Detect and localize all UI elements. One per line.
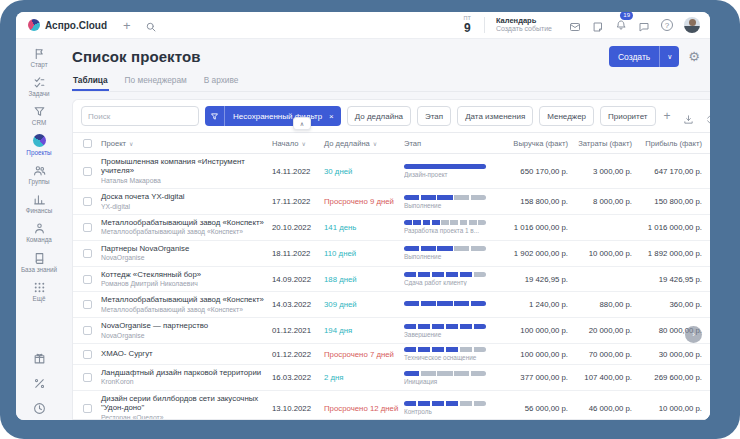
row-checkbox[interactable] — [83, 275, 92, 284]
calendar-widget[interactable]: Календарь Создать событие — [496, 16, 552, 34]
project-name[interactable]: Промышленная компания «Инструмент учител… — [101, 157, 266, 176]
project-name[interactable]: NovaOrganise — партнерство — [101, 321, 266, 330]
discount-icon[interactable] — [33, 376, 46, 389]
revenue-cell: 377 000,00 р. — [496, 373, 568, 382]
row-checkbox[interactable] — [83, 300, 92, 309]
filter-button-дата-изменения[interactable]: Дата изменения — [457, 106, 533, 126]
sidebar-item-старт[interactable]: Старт — [17, 46, 61, 68]
sidebar-item-финансы[interactable]: Финансы — [17, 192, 61, 214]
filter-button-до-дедлайна[interactable]: До дедлайна — [347, 106, 411, 126]
stage-label: Техническое оснащение — [404, 354, 494, 361]
user-avatar[interactable] — [684, 17, 700, 33]
revenue-cell: 56 000,00 р. — [496, 404, 568, 413]
add-filter-icon[interactable]: + — [664, 110, 671, 122]
download-icon[interactable] — [683, 111, 694, 122]
mail-icon[interactable] — [569, 19, 581, 31]
select-all-checkbox[interactable] — [83, 139, 92, 148]
table-row[interactable]: Промышленная компания «Инструмент учител… — [73, 154, 710, 189]
project-name[interactable]: Ландшафтный дизайн парковой территории — [101, 368, 266, 377]
sidebar-item-группы[interactable]: Группы — [17, 163, 61, 185]
tab-в-архиве[interactable]: В архиве — [203, 72, 240, 91]
table-row[interactable]: Коттедж «Стеклянный бор»Романов Дмитрий … — [73, 267, 710, 293]
funnel-icon[interactable] — [205, 106, 225, 126]
column-revenue[interactable]: Выручка (факт) — [496, 139, 568, 148]
row-checkbox[interactable] — [83, 404, 92, 413]
chevron-down-icon[interactable]: ∨ — [660, 53, 679, 61]
gear-icon[interactable]: ⚙ — [688, 50, 700, 63]
table-row[interactable]: ХМАО- Сургут01.12.2022Просрочено 7 днейТ… — [73, 344, 710, 365]
sidebar-item-crm[interactable]: CRM — [17, 104, 61, 126]
calendar-day: 9 — [464, 22, 471, 34]
project-subtitle: NovaOrganise — [101, 254, 266, 262]
tab-таблица[interactable]: Таблица — [72, 72, 109, 91]
scroll-right-button[interactable]: › — [685, 326, 702, 343]
table-row[interactable]: Доска почета YX-digitalYX-digital17.11.2… — [73, 189, 710, 215]
chat-icon[interactable] — [638, 19, 650, 31]
revenue-cell: 650 170,00 р. — [496, 167, 568, 176]
project-name[interactable]: Металлообрабатывающий завод «Конспект» — [101, 218, 266, 227]
project-name[interactable]: ХМАО- Сургут — [101, 349, 266, 358]
sidebar-item-команда[interactable]: Команда — [17, 221, 61, 243]
row-checkbox[interactable] — [83, 167, 92, 176]
project-name[interactable]: Металлообрабатывающий завод «Конспект» — [101, 295, 266, 304]
sidebar-item-ещё[interactable]: Ещё — [17, 280, 61, 302]
sidebar-item-проекты[interactable]: Проекты — [17, 134, 61, 156]
create-button-label: Создать — [609, 52, 659, 62]
notifications-bell[interactable]: 19 — [615, 16, 627, 34]
row-checkbox[interactable] — [83, 249, 92, 258]
table-row[interactable]: Партнеры NovaOrganiseNovaOrganise18.11.2… — [73, 241, 710, 267]
create-button[interactable]: Создать ∨ — [609, 46, 679, 67]
deadline-cell: 110 дней — [324, 249, 404, 258]
column-start[interactable]: Начало∨ — [272, 139, 324, 148]
calendar-date[interactable]: ПТ 9 — [464, 16, 471, 34]
filter-button-менеджер[interactable]: Менеджер — [539, 106, 594, 126]
sidebar-item-задачи[interactable]: Задачи — [17, 75, 61, 97]
costs-cell: 70 000,00 р. — [568, 350, 632, 359]
active-filter-label: Несохраненный фильтр — [225, 112, 328, 121]
stage-progress-bar — [404, 371, 486, 376]
column-costs[interactable]: Затраты (факт) — [568, 139, 632, 148]
filter-button-этап[interactable]: Этап — [417, 106, 451, 126]
brand[interactable]: Аспро.Cloud — [28, 19, 107, 31]
help-icon[interactable]: ? — [661, 19, 673, 31]
column-project[interactable]: Проект∨ — [101, 139, 272, 148]
revenue-cell: 100 000,00 р. — [496, 326, 568, 335]
notes-icon[interactable] — [592, 19, 604, 31]
table-row[interactable]: Металлообрабатывающий завод «Конспект»Ме… — [73, 292, 710, 318]
project-name[interactable]: Коттедж «Стеклянный бор» — [101, 270, 266, 279]
tab-по-менеджерам[interactable]: По менеджерам — [124, 72, 188, 91]
filter-button-приоритет[interactable]: Приоритет — [600, 106, 655, 126]
row-checkbox[interactable] — [83, 326, 92, 335]
table-row[interactable]: Металлообрабатывающий завод «Конспект»Ме… — [73, 215, 710, 241]
revenue-cell: 100 000,00 р. — [496, 350, 568, 359]
column-profit[interactable]: Прибыль (факт) — [632, 139, 710, 148]
row-checkbox[interactable] — [83, 350, 92, 359]
table-row[interactable]: Дизайн серии биллбордов сети закусочных … — [73, 391, 710, 419]
costs-cell: 10 000,00 р. — [568, 249, 632, 258]
clock-icon[interactable] — [33, 401, 46, 414]
table-row[interactable]: NovaOrganise — партнерствоNovaOrganise01… — [73, 318, 710, 344]
table-row[interactable]: Ландшафтный дизайн парковой территорииKr… — [73, 365, 710, 391]
gift-icon[interactable] — [33, 351, 46, 364]
search-icon[interactable] — [145, 19, 157, 31]
column-stage[interactable]: Этап — [404, 139, 496, 148]
costs-cell: 20 000,00 р. — [568, 326, 632, 335]
sort-direction-badge[interactable]: ∧ — [293, 117, 311, 130]
column-deadline[interactable]: До дедлайна∨ — [324, 139, 404, 148]
stage-progress-bar — [404, 324, 486, 329]
profit-cell: 10 000,00 р. — [632, 404, 710, 413]
row-checkbox[interactable] — [83, 223, 92, 232]
active-filter-chip[interactable]: Несохраненный фильтр × — [205, 106, 341, 126]
row-checkbox[interactable] — [83, 373, 92, 382]
start-date: 18.11.2022 — [272, 249, 324, 258]
project-name[interactable]: Партнеры NovaOrganise — [101, 244, 266, 253]
calendar-create-event[interactable]: Создать событие — [496, 25, 552, 34]
quick-add-icon[interactable]: + — [123, 19, 131, 32]
close-icon[interactable]: × — [328, 112, 341, 121]
project-name[interactable]: Доска почета YX-digital — [101, 192, 266, 201]
expand-rows-icon[interactable] — [704, 111, 710, 122]
search-input[interactable] — [81, 106, 199, 126]
project-name[interactable]: Дизайн серии биллбордов сети закусочных … — [101, 394, 266, 413]
row-checkbox[interactable] — [83, 197, 92, 206]
sidebar-item-база-знаний[interactable]: База знаний — [17, 251, 61, 273]
